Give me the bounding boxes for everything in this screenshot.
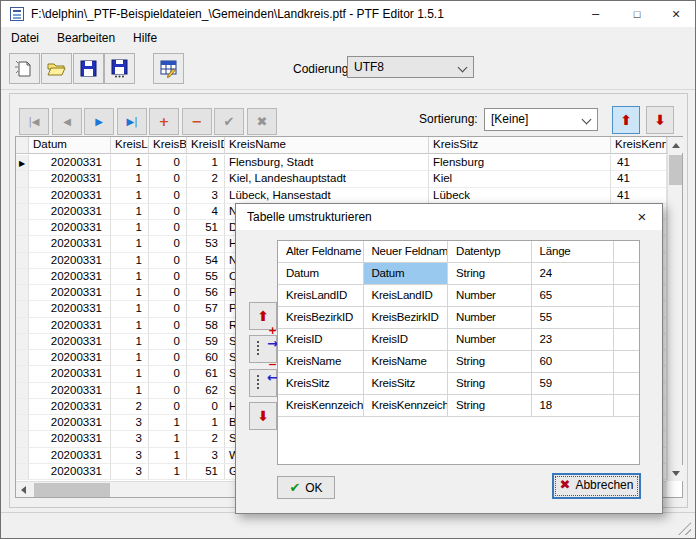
row-marker-icon	[16, 285, 29, 301]
cell-laenge[interactable]: 65	[532, 285, 615, 307]
row-marker-icon	[16, 301, 29, 317]
ok-button[interactable]: ✔OK	[277, 476, 335, 499]
menu-item[interactable]: Hilfe	[124, 27, 166, 48]
cell-kreisid: 51	[187, 464, 225, 480]
remove-field-button[interactable]: ← −	[249, 369, 277, 397]
window-title: F:\delphin\_PTF-Beispieldateien_\Gemeind…	[31, 7, 444, 21]
scroll-left-button[interactable]	[16, 482, 32, 497]
grid-header-kreisname: KreisName	[225, 137, 429, 153]
header-datentyp: Datentyp	[448, 241, 532, 263]
cell-laenge[interactable]: 55	[532, 307, 615, 329]
cell-laenge[interactable]: 18	[532, 395, 615, 417]
table-row[interactable]: 20200331 1 0 3 Lübeck, Hansestadt Lübeck…	[16, 188, 667, 204]
nav-last-button[interactable]: ▶|	[117, 108, 147, 135]
cell-neuer-feldname[interactable]: KreisLandID	[364, 285, 449, 307]
cell-neuer-feldname[interactable]: KreisSitz	[364, 373, 449, 395]
row-marker-icon	[16, 269, 29, 285]
field-row: KreisSitz KreisSitz String 59	[278, 373, 639, 395]
sort-ascending-button[interactable]: ⬆	[612, 106, 640, 134]
cell-neuer-feldname[interactable]: Datum	[364, 263, 449, 285]
cell-laenge[interactable]: 60	[532, 351, 615, 373]
minimize-button[interactable]: –	[574, 1, 617, 27]
scroll-up-button[interactable]	[668, 137, 683, 153]
cancel-button[interactable]: ✖Abbrechen	[552, 473, 641, 499]
cell-alter-feldname[interactable]: KreisBezirkID	[278, 307, 364, 329]
cell-neuer-feldname[interactable]: KreisName	[364, 351, 449, 373]
save-icon	[79, 59, 98, 78]
new-file-button[interactable]	[9, 53, 40, 84]
dialog-titlebar[interactable]: Tabelle umstrukturieren ×	[236, 204, 662, 230]
move-field-down-button[interactable]: ⬇	[249, 402, 277, 430]
close-button[interactable]: ×	[657, 1, 695, 27]
cell-datum: 20200331	[29, 236, 111, 252]
arrow-left-icon	[21, 486, 26, 494]
cell-kreislandid: 1	[111, 318, 149, 334]
open-file-button[interactable]	[41, 53, 72, 84]
cell-neuer-feldname[interactable]: KreisBezirkID	[364, 307, 449, 329]
cell-kreiskennzeichen: 41	[611, 188, 667, 204]
cell-datentyp[interactable]: String	[448, 373, 532, 395]
cell-kreisid: 59	[187, 334, 225, 350]
titlebar[interactable]: F:\delphin\_PTF-Beispieldateien_\Gemeind…	[1, 1, 695, 27]
vertical-scroll-thumb[interactable]	[669, 155, 682, 185]
cell-alter-feldname[interactable]: KreisID	[278, 329, 364, 351]
cell-laenge[interactable]: 23	[532, 329, 615, 351]
nav-post-button[interactable]: ✔	[214, 108, 244, 135]
resize-grip[interactable]	[678, 522, 691, 535]
nav-next-button[interactable]: ▶	[84, 108, 114, 135]
cell-kreislandid: 1	[111, 350, 149, 366]
menu-item[interactable]: Datei	[2, 27, 48, 48]
nav-insert-button[interactable]: +	[149, 108, 179, 135]
row-marker-icon	[16, 350, 29, 366]
sortierung-combobox[interactable]: [Keine]	[484, 108, 598, 131]
cell-alter-feldname[interactable]: KreisKennzeichen	[278, 395, 364, 417]
cell-kreislandid: 3	[111, 415, 149, 431]
nav-cancel-button[interactable]: ✖	[247, 108, 277, 135]
cell-laenge[interactable]: 59	[532, 373, 615, 395]
cell-datentyp[interactable]: String	[448, 351, 532, 373]
table-row[interactable]: 20200331 1 0 2 Kiel, Landeshauptstadt Ki…	[16, 171, 667, 187]
row-marker-icon	[16, 415, 29, 431]
cell-datentyp[interactable]: Number	[448, 285, 532, 307]
field-row: KreisID KreisID Number 23	[278, 329, 639, 351]
cell-laenge[interactable]: 24	[532, 263, 615, 285]
cell-kreislandid: 1	[111, 366, 149, 382]
nav-first-button[interactable]: |◀	[19, 108, 49, 135]
maximize-button[interactable]: □	[617, 1, 657, 27]
codierung-combobox[interactable]: UTF8	[347, 56, 474, 78]
cell-datum: 20200331	[29, 204, 111, 220]
save-as-button[interactable]	[104, 53, 135, 84]
cell-kreisid: 55	[187, 269, 225, 285]
cell-filler	[614, 373, 639, 395]
cell-kreisbezirkid: 1	[149, 431, 187, 447]
cell-kreisid: 54	[187, 253, 225, 269]
cell-kreislandid: 3	[111, 448, 149, 464]
cell-alter-feldname[interactable]: KreisSitz	[278, 373, 364, 395]
vertical-scrollbar[interactable]	[667, 137, 682, 481]
cell-alter-feldname[interactable]: KreisLandID	[278, 285, 364, 307]
scroll-down-button[interactable]	[668, 465, 683, 481]
nav-prior-button[interactable]: ◀	[52, 108, 82, 135]
restructure-table-button[interactable]	[153, 53, 184, 84]
nav-last-icon: ▶|	[126, 116, 137, 127]
statusbar	[1, 512, 695, 539]
check-icon: ✔	[289, 480, 300, 495]
sort-descending-button[interactable]: ⬇	[646, 106, 674, 134]
cell-datentyp[interactable]: String	[448, 395, 532, 417]
nav-delete-button[interactable]: −	[182, 108, 212, 135]
codierung-label: Codierung:	[293, 62, 352, 76]
cell-datentyp[interactable]: Number	[448, 329, 532, 351]
menu-item[interactable]: Bearbeiten	[48, 27, 124, 48]
row-marker-icon: ▶	[16, 155, 29, 171]
cell-datentyp[interactable]: Number	[448, 307, 532, 329]
cell-datentyp[interactable]: String	[448, 263, 532, 285]
cell-neuer-feldname[interactable]: KreisKennzeichen	[364, 395, 449, 417]
dialog-close-button[interactable]: ×	[624, 204, 660, 230]
horizontal-scroll-thumb[interactable]	[34, 483, 110, 497]
save-button[interactable]	[73, 53, 104, 84]
cell-neuer-feldname[interactable]: KreisID	[364, 329, 449, 351]
table-row[interactable]: ▶ 20200331 1 0 1 Flensburg, Stadt Flensb…	[16, 155, 667, 171]
cell-alter-feldname[interactable]: Datum	[278, 263, 364, 285]
app-icon	[10, 7, 24, 21]
cell-alter-feldname[interactable]: KreisName	[278, 351, 364, 373]
